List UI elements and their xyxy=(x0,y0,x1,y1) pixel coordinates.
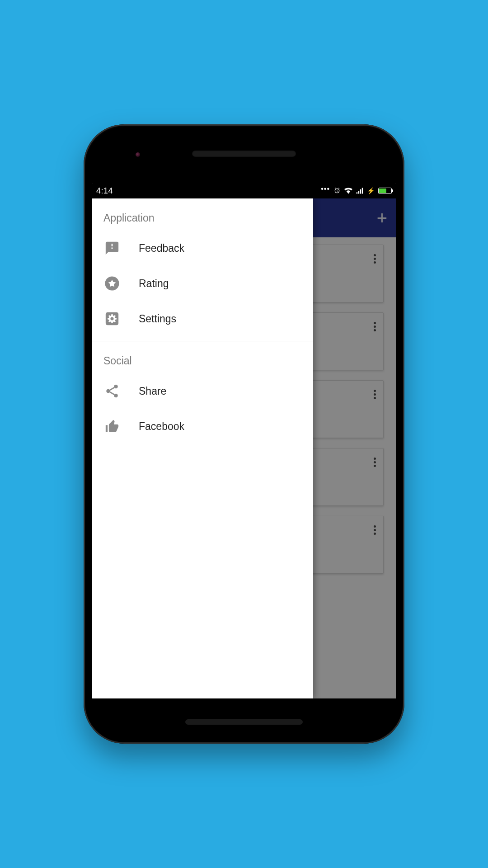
phone-bottom-bezel xyxy=(84,698,404,744)
status-icons: ••• ⚡ xyxy=(321,187,392,194)
phone-speaker-bottom xyxy=(185,719,303,725)
charging-icon: ⚡ xyxy=(367,188,375,194)
thumb-up-icon xyxy=(103,418,121,435)
more-vert-icon[interactable] xyxy=(371,319,379,334)
add-button[interactable]: + xyxy=(377,209,387,227)
more-vert-icon[interactable] xyxy=(371,387,379,402)
phone-speaker xyxy=(192,151,296,157)
wifi-icon xyxy=(344,188,352,194)
feedback-icon xyxy=(103,240,121,257)
drawer-item-label: Share xyxy=(139,385,166,397)
drawer-section-title-application: Application xyxy=(92,198,313,231)
drawer-item-rating[interactable]: Rating xyxy=(92,266,313,301)
screen: 4:14 ••• ⚡ + xyxy=(92,183,396,698)
drawer-item-label: Facebook xyxy=(139,420,184,433)
drawer-item-feedback[interactable]: Feedback xyxy=(92,231,313,266)
status-bar: 4:14 ••• ⚡ xyxy=(92,183,396,198)
svg-point-2 xyxy=(114,385,118,389)
drawer-item-label: Rating xyxy=(139,278,169,290)
more-vert-icon[interactable] xyxy=(371,523,379,538)
more-vert-icon[interactable] xyxy=(371,251,379,266)
settings-icon xyxy=(103,310,121,327)
signal-icon xyxy=(356,188,363,194)
drawer-item-settings[interactable]: Settings xyxy=(92,301,313,336)
phone-top-bezel xyxy=(84,124,404,183)
star-circle-icon xyxy=(103,275,121,292)
drawer-section-title-social: Social xyxy=(92,341,313,373)
drawer-item-label: Settings xyxy=(139,313,176,325)
navigation-drawer: Application Feedback Rating Settings xyxy=(92,198,313,698)
drawer-item-share[interactable]: Share xyxy=(92,373,313,409)
phone-camera xyxy=(136,152,140,157)
phone-mockup: 4:14 ••• ⚡ + xyxy=(84,124,404,744)
share-icon xyxy=(103,382,121,400)
svg-point-4 xyxy=(114,394,118,398)
drawer-item-facebook[interactable]: Facebook xyxy=(92,409,313,444)
more-icon: ••• xyxy=(321,185,330,193)
alarm-icon xyxy=(333,187,341,194)
more-vert-icon[interactable] xyxy=(371,455,379,470)
status-time: 4:14 xyxy=(96,186,113,196)
drawer-item-label: Feedback xyxy=(139,242,184,255)
battery-icon xyxy=(378,188,392,194)
svg-point-3 xyxy=(106,389,110,393)
